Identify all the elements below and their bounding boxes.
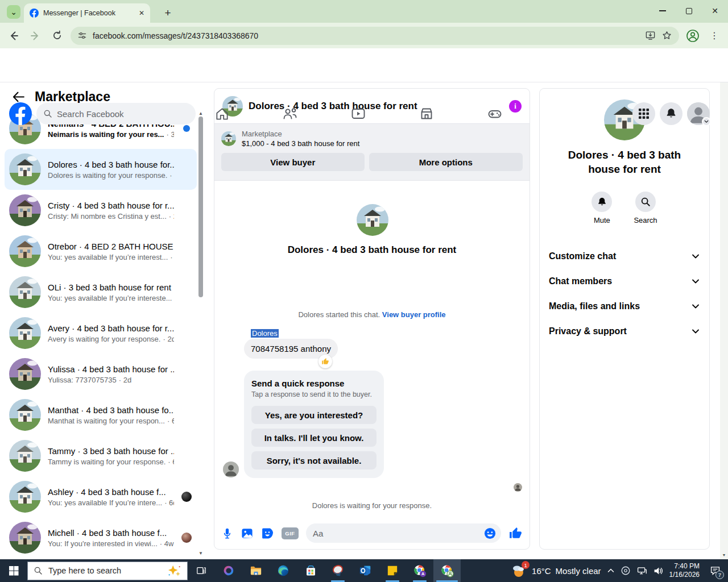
sticker-icon[interactable] [261,527,274,540]
send-like-icon[interactable] [508,526,523,541]
scroll-down-arrow[interactable]: ▼ [720,553,728,557]
conversation-row[interactable]: Avery · 4 bed 3 bath house for r... Aver… [5,313,197,354]
search-action[interactable]: Search [634,192,657,225]
teams-tray-icon[interactable] [621,566,631,576]
conversation-row[interactable]: Cristy · 4 bed 3 bath house for r... Cri… [5,190,197,231]
emoji-picker-icon[interactable] [483,527,497,540]
edge-icon [277,564,289,577]
install-app-icon[interactable] [645,30,656,41]
volume-icon[interactable] [653,566,664,576]
gif-icon[interactable]: GIF [282,527,299,539]
taskbar-search[interactable]: Type here to search [27,562,188,580]
forward-button[interactable] [27,28,43,44]
gaming-icon [487,106,503,122]
sidebar-scroll-down[interactable]: ▼ [197,551,204,556]
outlook-button[interactable] [351,559,379,582]
conversation-row[interactable]: Yulissa · 4 bed 3 bath house for ... Yul… [5,354,197,394]
reload-button[interactable] [49,28,65,44]
taskbar-weather[interactable]: 1 16°C Mostly clear [511,563,601,578]
quick-response-option[interactable]: In talks. I'll let you know. [251,429,377,447]
voice-clip-icon[interactable] [221,527,233,540]
browser-toolbar: facebook.com/messages/t/2437318403368670… [0,23,728,48]
snipping-tool-button[interactable] [324,559,351,582]
conversation-time: · 21h [170,253,174,261]
message-reaction[interactable] [318,355,332,368]
view-buyer-button[interactable]: View buyer [221,153,365,171]
edge-button[interactable] [270,559,297,582]
file-explorer-button[interactable] [242,559,270,582]
tray-expand-icon[interactable] [607,567,615,575]
sticky-notes-button[interactable] [379,559,406,582]
conversation-time: · 2d [163,335,174,343]
details-section-row[interactable]: Customize chat [540,244,709,269]
back-button[interactable] [6,28,22,44]
banner-listing-text: $1,000 - 4 bed 3 bath house for rent [242,139,359,148]
attach-photo-icon[interactable] [241,527,254,540]
mute-action[interactable]: Mute [592,192,612,225]
conversation-time: · 20h [169,212,174,221]
quick-response-card: Send a quick response Tap a response to … [244,371,384,478]
network-icon[interactable] [636,566,647,576]
chat-intro-avatar [357,204,388,236]
details-section-row[interactable]: Chat members [540,269,709,294]
taskbar-clock[interactable]: 7:40 PM 1/16/2026 [669,562,700,579]
watch-icon [350,106,366,122]
clock-date: 1/16/2026 [669,571,700,579]
notifications-button[interactable] [660,102,682,125]
browser-tab[interactable]: Messenger | Facebook ✕ [24,3,150,23]
copilot-app-button[interactable] [215,559,242,582]
conversation-row[interactable]: Michell · 4 bed 3 bath house f... You: I… [5,517,197,558]
tab-organize-button[interactable]: ⌄ [7,5,20,19]
start-button[interactable] [0,559,27,582]
tab-close-icon[interactable]: ✕ [139,9,144,17]
chrome-profile-a-button[interactable]: A [406,559,433,582]
conversation-snippet: You: yes available If you’re intere... [48,498,162,507]
listing-avatar [9,153,41,185]
system-tray: 1 16°C Mostly clear 7:40 PM 1/16/2026 7 [511,559,728,582]
nav-marketplace-tab[interactable] [392,97,461,131]
nav-home-tab[interactable] [188,97,256,131]
action-center-button[interactable]: 7 [705,559,725,582]
facebook-search[interactable]: Search Facebook [36,103,196,124]
conversation-row[interactable]: Otrebor · 4 BED 2 BATH HOUSE ... You: ye… [5,231,197,272]
listing-thumb [221,131,236,146]
details-section-label: Customize chat [549,251,691,261]
microsoft-store-button[interactable] [297,559,324,582]
view-buyer-profile-link[interactable]: View buyer profile [382,310,446,319]
task-view-button[interactable] [188,559,215,582]
details-section-row[interactable]: Media, files and links [540,294,709,319]
chrome-active-button[interactable] [433,559,461,582]
conversation-row[interactable]: Manthat · 4 bed 3 bath house fo... Manth… [5,394,197,435]
apps-menu-button[interactable] [632,102,655,125]
chevron-down-icon [691,302,700,311]
sidebar-scrollbar-thumb[interactable] [198,117,203,297]
new-tab-button[interactable]: + [160,6,175,20]
nav-watch-tab[interactable] [324,97,392,131]
close-button[interactable]: ✕ [702,0,728,22]
account-button[interactable] [687,102,710,125]
quick-response-option[interactable]: Yes, are you interested? [251,406,377,424]
details-section-label: Media, files and links [549,301,691,311]
conversation-row[interactable]: Tammy · 3 bed 3 bath house for ... Tammy… [5,435,197,476]
nav-friends-tab[interactable] [256,97,324,131]
conversation-time: · 2d [119,376,131,384]
bookmark-star-icon[interactable] [661,30,672,41]
details-section-row[interactable]: Privacy & support [540,319,709,344]
browser-profile-button[interactable] [685,28,701,44]
message-input[interactable]: Aa [306,523,501,543]
nav-gaming-tab[interactable] [461,97,529,131]
listing-avatar [9,194,41,226]
more-options-button[interactable]: More options [369,153,523,171]
address-bar[interactable]: facebook.com/messages/t/2437318403368670 [71,27,679,45]
conversation-row[interactable]: Dolores · 4 bed 3 bath house for... Dolo… [5,149,197,190]
conversation-row[interactable]: Ashley · 4 bed 3 bath house f... You: ye… [5,476,197,517]
browser-menu-button[interactable]: ⋮ [706,28,722,44]
minimize-button[interactable] [650,0,676,22]
facebook-logo[interactable] [9,102,32,125]
conversation-title: Ashley · 4 bed 3 bath house f... [48,487,174,497]
maximize-button[interactable] [676,0,702,22]
conversation-row[interactable]: OLi · 3 bed 3 bath house for rent You: y… [5,272,197,313]
quick-response-option[interactable]: Sorry, it's not available. [251,451,377,469]
page-scrollbar[interactable]: ▲ ▼ [720,48,728,559]
facebook-topbar: Search Facebook [0,48,728,82]
